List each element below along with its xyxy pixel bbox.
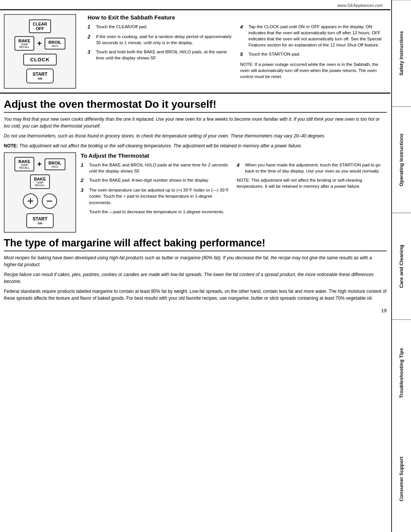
right-tabs: Safety Instructions Operating Instructio…	[391, 0, 411, 532]
adjust-para2: Do not use thermometers, such as those f…	[4, 133, 387, 139]
website-url: www.GEAppliances.com	[0, 0, 390, 10]
thermo-two-col: 1 Touch the BAKE and BROIL HI/LO pads at…	[81, 162, 387, 218]
bake-button-2: BAKE TEMPRECALL	[14, 157, 34, 171]
margarine-heading: The type of margarine will affect baking…	[4, 237, 387, 251]
bake-broil-row: BAKE TEMPRECALL + BROIL HI/LO	[14, 36, 65, 51]
start-button-bottom: START ON	[26, 213, 53, 228]
start-button-top: START ON	[26, 69, 53, 83]
adjust-note: NOTE: This adjustment will not affect th…	[4, 142, 387, 149]
sabbath-two-col: 1 Touch the CLEAR/Off pad. 2 If the oven…	[88, 24, 387, 83]
plus-button: +	[23, 193, 38, 209]
margarine-para1: Most recipes for baking have been develo…	[4, 254, 387, 268]
minus-button: −	[42, 193, 57, 209]
tab-troubleshooting[interactable]: Troubleshooting Tips	[392, 320, 411, 426]
bake-button-3: BAKE TEMPRECALL	[30, 174, 49, 189]
tab-safety[interactable]: Safety Instructions	[392, 0, 411, 107]
thermo-step-3: 3 The oven temperature can be adjusted u…	[81, 187, 231, 205]
plus-icon-2: +	[37, 160, 42, 169]
thermo-step-4: 4 When you have made the adjustment, tou…	[237, 162, 387, 174]
adjust-body: You may find that your new oven cooks di…	[0, 116, 390, 149]
plus-icon: +	[37, 39, 42, 48]
sabbath-step-3: 3 Touch and hold both the BAKE and BROIL…	[88, 49, 234, 61]
oven-diagram-bottom: BAKE TEMPRECALL + BROIL HI/LO BAKE TEMPR…	[4, 152, 76, 233]
thermo-step-1: 1 Touch the BAKE and BROIL HI/LO pads at…	[81, 162, 231, 174]
tab-care[interactable]: Care and Cleaning	[392, 213, 411, 320]
sabbath-note: NOTE: If a power outage occurred while t…	[240, 61, 387, 80]
thermo-step-2: 2 Touch the BAKE pad. A two-digit number…	[81, 177, 231, 184]
oven-diagram-top: CLEAR OFF BAKE TEMPRECALL + BROIL HI/LO …	[4, 14, 76, 89]
thermo-col-left: 1 Touch the BAKE and BROIL HI/LO pads at…	[81, 162, 231, 218]
top-section: CLEAR OFF BAKE TEMPRECALL + BROIL HI/LO …	[0, 10, 390, 94]
tab-operating[interactable]: Operating Instructions	[392, 107, 411, 213]
sabbath-heading: How to Exit the Sabbath Feature	[88, 14, 387, 21]
sabbath-step-4: 4 Tap the CLOCK pad until ON or OFF appe…	[240, 24, 387, 48]
clock-button: CLOCK	[23, 54, 56, 66]
main-content: www.GEAppliances.com CLEAR OFF BAKE TEMP…	[0, 0, 390, 313]
plus-minus-row: + −	[23, 193, 57, 209]
broil-button-2: BROIL HI/LO	[45, 158, 65, 170]
thermostat-instructions: To Adjust the Thermostat 1 Touch the BAK…	[81, 152, 387, 233]
thermo-note: NOTE: This adjustment will not affect th…	[237, 177, 387, 189]
thermo-step-3b: Touch the —pad to decrease the temperatu…	[81, 209, 231, 215]
sabbath-col-right: 4 Tap the CLOCK pad until ON or OFF appe…	[240, 24, 387, 83]
margarine-para3: Federal standards require products label…	[4, 288, 387, 302]
thermo-col-right: 4 When you have made the adjustment, tou…	[237, 162, 387, 218]
adjust-para1: You may find that your new oven cooks di…	[4, 116, 387, 129]
sabbath-step-2: 2 If the oven is cooking, wait for a ran…	[88, 34, 234, 46]
bake-broil-row-2: BAKE TEMPRECALL + BROIL HI/LO	[14, 157, 65, 171]
margarine-para2: Recipe failure can result if cakes, pies…	[4, 271, 387, 285]
tab-consumer[interactable]: Consumer Support	[392, 426, 411, 532]
sabbath-step-5: 5 Touch the START/ON pad.	[240, 51, 387, 58]
thermostat-heading: To Adjust the Thermostat	[81, 152, 387, 159]
sabbath-step-1: 1 Touch the CLEAR/Off pad.	[88, 24, 234, 30]
page-number: 19	[0, 305, 390, 313]
sabbath-section: How to Exit the Sabbath Feature 1 Touch …	[84, 14, 390, 89]
sabbath-col-left: 1 Touch the CLEAR/Off pad. 2 If the oven…	[88, 24, 234, 83]
thermostat-section: BAKE TEMPRECALL + BROIL HI/LO BAKE TEMPR…	[4, 152, 387, 233]
adjust-heading: Adjust the oven thermostat Do it yoursel…	[4, 98, 387, 113]
broil-button-top: BROIL HI/LO	[45, 38, 65, 50]
margarine-body: Most recipes for baking have been develo…	[0, 254, 390, 302]
clear-off-button: CLEAR OFF	[29, 19, 51, 33]
bake-button-top: BAKE TEMPRECALL	[14, 36, 34, 51]
